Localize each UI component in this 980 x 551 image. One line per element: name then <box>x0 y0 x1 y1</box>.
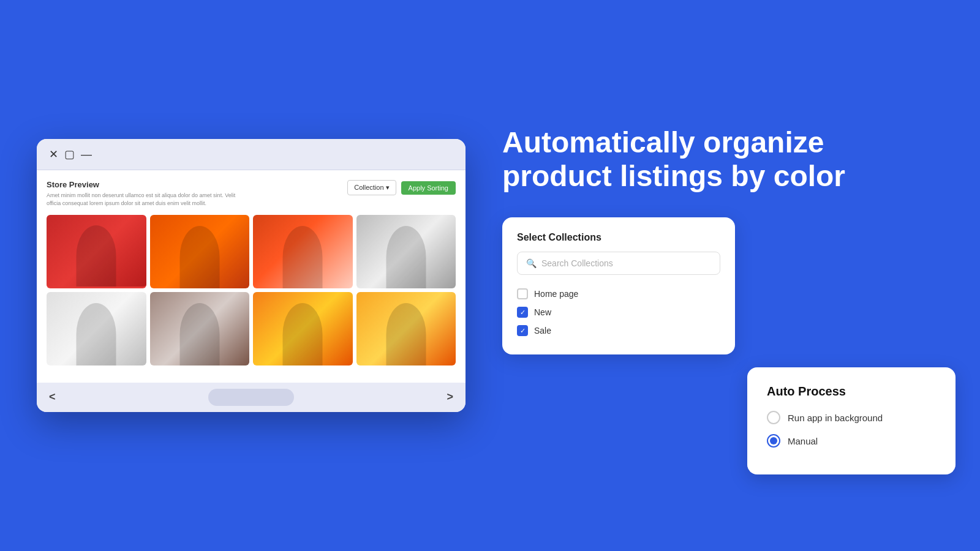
browser-window: ✕ ▢ — Store Preview Amet minim mollit no… <box>37 139 466 411</box>
browser-toolbar: ✕ ▢ — <box>37 139 466 170</box>
product-card <box>253 215 353 288</box>
radio-item-background[interactable]: Run app in background <box>767 411 936 424</box>
headline-line2: product listings by color <box>502 159 943 193</box>
product-grid <box>47 215 456 365</box>
radio-label-manual: Manual <box>788 436 818 446</box>
store-title: Store Preview <box>47 180 243 189</box>
auto-process-card: Auto Process Run app in background Manua… <box>747 367 956 474</box>
auto-process-title: Auto Process <box>767 384 936 399</box>
headline: Automatically organize product listings … <box>502 126 943 193</box>
maximize-icon[interactable]: ▢ <box>64 148 75 161</box>
minimize-icon[interactable]: — <box>81 148 92 161</box>
select-collections-title: Select Collections <box>517 232 720 243</box>
pagination-pill <box>208 389 294 406</box>
product-card <box>253 292 353 365</box>
browser-content: Store Preview Amet minim mollit non dese… <box>37 170 466 382</box>
product-card <box>150 215 250 288</box>
collection-dropdown[interactable]: Collection ▾ <box>347 180 396 195</box>
next-button[interactable]: > <box>447 391 453 403</box>
collection-label-homepage: Home page <box>534 289 578 299</box>
right-panel: Automatically organize product listings … <box>502 126 943 425</box>
close-icon[interactable]: ✕ <box>49 148 58 161</box>
search-box[interactable]: 🔍 Search Collections <box>517 252 720 275</box>
product-card <box>47 292 146 365</box>
collection-label-sale: Sale <box>534 326 551 335</box>
checkbox-sale[interactable]: ✓ <box>517 325 528 336</box>
checkbox-homepage[interactable] <box>517 288 528 299</box>
product-card <box>356 292 456 365</box>
radio-label-background: Run app in background <box>788 413 883 423</box>
collection-item-homepage[interactable]: Home page <box>517 285 720 303</box>
store-info: Store Preview Amet minim mollit non dese… <box>47 180 243 207</box>
select-collections-card: Select Collections 🔍 Search Collections … <box>502 217 735 354</box>
collection-label-new: New <box>534 307 551 317</box>
radio-background[interactable] <box>767 411 780 424</box>
cards-wrapper: Select Collections 🔍 Search Collections … <box>502 217 943 425</box>
product-card <box>47 215 146 288</box>
radio-item-manual[interactable]: Manual <box>767 434 936 448</box>
search-icon: 🔍 <box>526 258 537 268</box>
collection-item-new[interactable]: ✓ New <box>517 303 720 321</box>
prev-button[interactable]: < <box>49 391 56 403</box>
headline-line1: Automatically organize <box>502 126 943 159</box>
apply-sorting-button[interactable]: Apply Sorting <box>401 181 456 195</box>
product-card <box>356 215 456 288</box>
collection-item-sale[interactable]: ✓ Sale <box>517 321 720 340</box>
store-description: Amet minim mollit non deserunt ullamco e… <box>47 192 243 207</box>
checkbox-new[interactable]: ✓ <box>517 307 528 318</box>
search-collections-input[interactable]: Search Collections <box>541 258 613 268</box>
browser-footer: < > <box>37 383 466 412</box>
main-container: ✕ ▢ — Store Preview Amet minim mollit no… <box>0 0 980 551</box>
product-card <box>150 292 250 365</box>
store-header: Store Preview Amet minim mollit non dese… <box>47 180 456 207</box>
radio-manual[interactable] <box>767 434 780 448</box>
store-controls: Collection ▾ Apply Sorting <box>347 180 456 195</box>
